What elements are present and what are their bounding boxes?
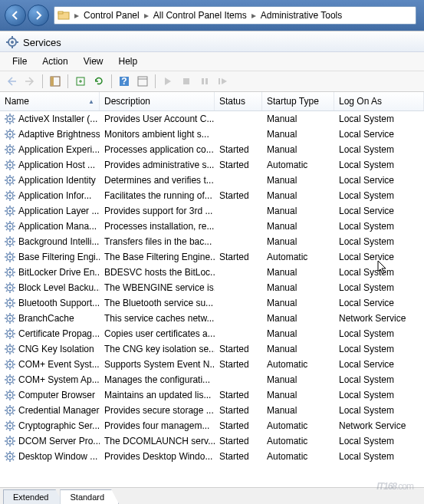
service-row[interactable]: Computer BrowserMaintains an updated lis… bbox=[0, 387, 424, 403]
svg-line-225 bbox=[6, 422, 8, 423]
svg-point-210 bbox=[9, 410, 12, 412]
service-row[interactable]: Background Intelli...Transfers files in … bbox=[0, 234, 424, 249]
svg-line-176 bbox=[13, 352, 15, 354]
service-row[interactable]: CNG Key IsolationThe CNG key isolation s… bbox=[0, 341, 424, 357]
restart-icon bbox=[218, 77, 228, 86]
service-desc-cell: The WBENGINE service is... bbox=[100, 282, 215, 293]
menu-file[interactable]: File bbox=[5, 54, 35, 69]
service-row[interactable]: Application Host ...Provides administrat… bbox=[0, 157, 424, 173]
svg-line-168 bbox=[13, 330, 15, 331]
svg-point-30 bbox=[9, 133, 12, 136]
tab-standard[interactable]: Standard bbox=[60, 489, 119, 504]
service-row[interactable]: COM+ System Ap...Manages the configurati… bbox=[0, 372, 424, 387]
panel-icon bbox=[50, 76, 61, 87]
service-startup-cell: Manual bbox=[262, 236, 334, 247]
col-description[interactable]: Description bbox=[100, 92, 215, 110]
back-button[interactable] bbox=[5, 5, 26, 26]
service-row[interactable]: Cryptographic Ser...Provides four manage… bbox=[0, 418, 424, 433]
svg-line-135 bbox=[6, 284, 8, 285]
svg-line-246 bbox=[13, 460, 15, 461]
col-name[interactable]: Name bbox=[0, 92, 100, 110]
properties-tool[interactable] bbox=[134, 73, 151, 90]
service-row[interactable]: Application Experi...Processes applicati… bbox=[0, 142, 424, 157]
service-name-cell: Block Level Backu... bbox=[0, 282, 100, 293]
menu-bar: File Action View Help bbox=[0, 52, 424, 71]
service-row[interactable]: Bluetooth Support...The Bluetooth servic… bbox=[0, 295, 424, 311]
service-startup-cell: Manual bbox=[262, 344, 334, 354]
service-row[interactable]: ActiveX Installer (...Provides User Acco… bbox=[0, 111, 424, 127]
service-name-cell: ActiveX Installer (... bbox=[0, 114, 100, 124]
svg-line-248 bbox=[13, 453, 15, 454]
svg-line-107 bbox=[6, 245, 8, 246]
service-row[interactable]: Desktop Window ...Provides Desktop Windo… bbox=[0, 449, 424, 464]
svg-point-220 bbox=[9, 425, 12, 427]
menu-view[interactable]: View bbox=[76, 54, 111, 69]
svg-line-55 bbox=[6, 161, 8, 163]
forward-tool bbox=[21, 73, 38, 90]
breadcrumb-item[interactable]: All Control Panel Items bbox=[150, 10, 250, 21]
forward-button[interactable] bbox=[28, 5, 49, 26]
svg-line-58 bbox=[13, 161, 15, 163]
service-status-cell: Started bbox=[215, 344, 262, 354]
tab-extended[interactable]: Extended bbox=[3, 489, 63, 504]
service-desc-cell: Provides four managem... bbox=[100, 420, 215, 431]
service-name-cell: Computer Browser bbox=[0, 390, 100, 400]
breadcrumb-item[interactable]: Administrative Tools bbox=[258, 10, 346, 21]
service-startup-cell: Automatic bbox=[262, 252, 334, 262]
service-startup-cell: Automatic bbox=[262, 160, 334, 170]
service-desc-cell: Transfers files in the bac... bbox=[100, 236, 215, 247]
service-row[interactable]: Application Mana...Processes installatio… bbox=[0, 219, 424, 234]
svg-line-215 bbox=[6, 407, 8, 408]
service-row[interactable]: BitLocker Drive En...BDESVC hosts the Bi… bbox=[0, 265, 424, 280]
service-name-cell: BitLocker Drive En... bbox=[0, 267, 100, 278]
menu-help[interactable]: Help bbox=[111, 54, 146, 69]
svg-line-27 bbox=[6, 122, 8, 124]
stop-icon bbox=[182, 77, 191, 86]
col-status[interactable]: Status bbox=[215, 92, 262, 110]
service-desc-cell: Provides support for 3rd ... bbox=[100, 206, 215, 216]
svg-line-205 bbox=[6, 391, 8, 393]
service-status-cell: Started bbox=[215, 420, 262, 431]
col-logon-as[interactable]: Log On As bbox=[334, 92, 424, 110]
svg-point-230 bbox=[9, 440, 12, 443]
svg-line-155 bbox=[6, 315, 8, 316]
menu-action[interactable]: Action bbox=[35, 54, 75, 69]
breadcrumb-item[interactable]: Control Panel bbox=[81, 10, 143, 21]
service-row[interactable]: Application Layer ...Provides support fo… bbox=[0, 203, 424, 219]
view-tabs: Extended Standard bbox=[0, 487, 424, 504]
service-startup-cell: Manual bbox=[262, 175, 334, 186]
svg-line-38 bbox=[13, 130, 15, 132]
col-startup-type[interactable]: Startup Type bbox=[262, 92, 334, 110]
service-row[interactable]: Application IdentityDetermines and verif… bbox=[0, 173, 424, 188]
svg-line-26 bbox=[13, 122, 15, 124]
svg-line-226 bbox=[13, 429, 15, 430]
service-row[interactable]: Block Level Backu...The WBENGINE service… bbox=[0, 280, 424, 295]
service-status-cell: Started bbox=[215, 160, 262, 170]
service-row[interactable]: Certificate Propag...Copies user certifi… bbox=[0, 326, 424, 341]
service-startup-cell: Manual bbox=[262, 144, 334, 155]
svg-line-116 bbox=[13, 260, 15, 262]
refresh-tool[interactable] bbox=[90, 73, 107, 90]
help-tool[interactable]: ? bbox=[116, 73, 133, 90]
service-row[interactable]: Base Filtering Engi...The Base Filtering… bbox=[0, 249, 424, 265]
service-row[interactable]: Application Infor...Facilitates the runn… bbox=[0, 188, 424, 203]
play-icon bbox=[163, 77, 173, 86]
svg-line-178 bbox=[13, 345, 15, 347]
service-rows[interactable]: ActiveX Installer (...Provides User Acco… bbox=[0, 111, 424, 487]
service-row[interactable]: Adaptive BrightnessMonitors ambient ligh… bbox=[0, 127, 424, 142]
back-tool bbox=[3, 73, 20, 90]
svg-line-227 bbox=[6, 429, 8, 430]
service-row[interactable]: COM+ Event Syst...Supports System Event … bbox=[0, 357, 424, 372]
svg-line-37 bbox=[6, 137, 8, 139]
svg-point-110 bbox=[9, 256, 12, 259]
service-status-cell: Started bbox=[215, 436, 262, 446]
show-hide-tool[interactable] bbox=[47, 73, 64, 90]
service-row[interactable]: Credential ManagerProvides secure storag… bbox=[0, 403, 424, 418]
service-row[interactable]: BranchCacheThis service caches netw...Ma… bbox=[0, 311, 424, 326]
svg-point-170 bbox=[9, 348, 12, 351]
service-desc-cell: Provides Desktop Windo... bbox=[100, 451, 215, 462]
export-tool[interactable] bbox=[72, 73, 89, 90]
svg-line-95 bbox=[6, 222, 8, 224]
service-row[interactable]: DCOM Server Pro...The DCOMLAUNCH serv...… bbox=[0, 433, 424, 449]
breadcrumb[interactable]: ▸ Control Panel ▸ All Control Panel Item… bbox=[54, 6, 416, 25]
